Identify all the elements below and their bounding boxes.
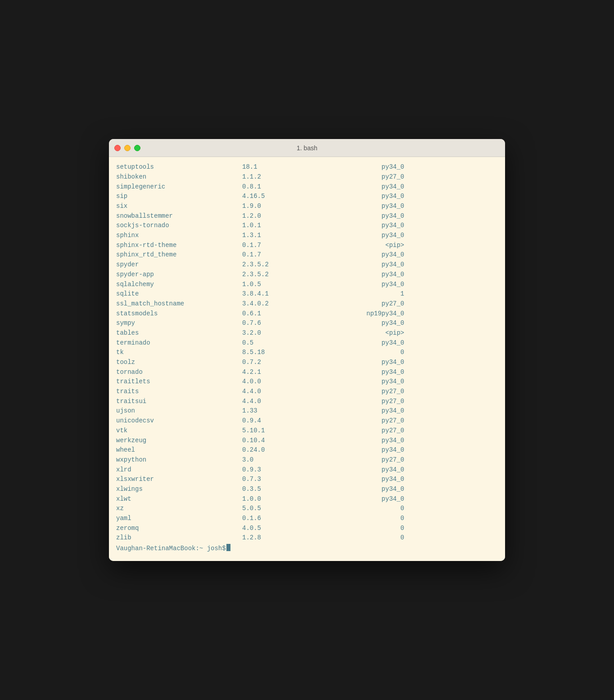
package-name: terminado xyxy=(116,338,242,348)
package-name: sympy xyxy=(116,319,242,328)
package-version: 3.2.0 xyxy=(242,328,332,338)
package-name: sip xyxy=(116,192,242,202)
table-row: traitsui4.4.0py27_0 xyxy=(116,397,498,407)
table-row: sphinx-rtd-theme0.1.7<pip> xyxy=(116,241,498,251)
table-row: xlsxwriter0.7.3py34_0 xyxy=(116,475,498,485)
table-row: wxpython3.0py27_0 xyxy=(116,455,498,465)
package-build: py34_0 xyxy=(332,358,404,368)
package-version: 0.7.6 xyxy=(242,319,332,328)
package-name: traitlets xyxy=(116,377,242,387)
package-name: toolz xyxy=(116,358,242,368)
package-version: 1.0.0 xyxy=(242,494,332,504)
package-version: 0.1.7 xyxy=(242,250,332,260)
table-row: spyder2.3.5.2py34_0 xyxy=(116,260,498,270)
package-name: snowballstemmer xyxy=(116,211,242,221)
package-build: py34_0 xyxy=(332,475,404,485)
package-name: sqlalchemy xyxy=(116,280,242,290)
package-name: spyder-app xyxy=(116,270,242,280)
package-version: 3.0 xyxy=(242,455,332,465)
package-version: 1.0.1 xyxy=(242,221,332,231)
package-build: py34_0 xyxy=(332,280,404,290)
package-build: 0 xyxy=(332,514,404,524)
package-build: py27_0 xyxy=(332,397,404,407)
table-row: statsmodels0.6.1np19py34_0 xyxy=(116,309,498,319)
package-name: tornado xyxy=(116,368,242,377)
table-row: tornado4.2.1py34_0 xyxy=(116,368,498,377)
package-build: py27_0 xyxy=(332,387,404,397)
package-version: 1.2.0 xyxy=(242,211,332,221)
table-row: vtk5.10.1py27_0 xyxy=(116,426,498,436)
package-build: 0 xyxy=(332,524,404,534)
package-name: zeromq xyxy=(116,524,242,534)
package-version: 2.3.5.2 xyxy=(242,260,332,270)
package-version: 4.2.1 xyxy=(242,368,332,377)
package-version: 4.4.0 xyxy=(242,387,332,397)
table-row: six1.9.0py34_0 xyxy=(116,202,498,211)
package-name: simplegeneric xyxy=(116,182,242,192)
package-build: 0 xyxy=(332,504,404,514)
package-build: py27_0 xyxy=(332,416,404,426)
package-version: 0.1.7 xyxy=(242,241,332,251)
package-build: py34_0 xyxy=(332,221,404,231)
package-version: 1.33 xyxy=(242,406,332,416)
package-name: traits xyxy=(116,387,242,397)
traffic-lights xyxy=(114,145,140,151)
package-version: 4.4.0 xyxy=(242,397,332,407)
package-name: wxpython xyxy=(116,455,242,465)
package-build: py34_0 xyxy=(332,445,404,455)
terminal-body[interactable]: setuptools18.1py34_0shiboken1.1.2py27_0s… xyxy=(109,157,505,561)
package-name: ssl_match_hostname xyxy=(116,299,242,309)
table-row: sympy0.7.6py34_0 xyxy=(116,319,498,328)
package-version: 0.24.0 xyxy=(242,445,332,455)
package-version: 0.7.3 xyxy=(242,475,332,485)
maximize-button[interactable] xyxy=(134,145,140,151)
package-name: tables xyxy=(116,328,242,338)
package-version: 0.3.5 xyxy=(242,485,332,494)
table-row: xlwt1.0.0py34_0 xyxy=(116,494,498,504)
package-name: sphinx xyxy=(116,231,242,241)
prompt-text: Vaughan-RetinaMacBook:~ josh$ xyxy=(116,544,226,554)
package-version: 4.16.5 xyxy=(242,192,332,202)
package-name: xlsxwriter xyxy=(116,475,242,485)
package-version: 3.4.0.2 xyxy=(242,299,332,309)
table-row: zeromq4.0.50 xyxy=(116,524,498,534)
package-build: py34_0 xyxy=(332,406,404,416)
package-version: 8.5.18 xyxy=(242,348,332,358)
table-row: wheel0.24.0py34_0 xyxy=(116,445,498,455)
package-build: py34_0 xyxy=(332,338,404,348)
package-version: 0.5 xyxy=(242,338,332,348)
package-name: setuptools xyxy=(116,162,242,172)
package-build: py27_0 xyxy=(332,455,404,465)
package-version: 1.2.8 xyxy=(242,533,332,543)
package-version: 4.0.5 xyxy=(242,524,332,534)
package-name: tk xyxy=(116,348,242,358)
package-version: 0.10.4 xyxy=(242,436,332,446)
table-row: sockjs-tornado1.0.1py34_0 xyxy=(116,221,498,231)
package-version: 0.9.3 xyxy=(242,465,332,475)
package-build: py34_0 xyxy=(332,436,404,446)
package-name: xz xyxy=(116,504,242,514)
package-name: ujson xyxy=(116,406,242,416)
table-row: zlib1.2.80 xyxy=(116,533,498,543)
table-row: sphinx_rtd_theme0.1.7py34_0 xyxy=(116,250,498,260)
package-name: vtk xyxy=(116,426,242,436)
package-build: py34_0 xyxy=(332,182,404,192)
package-build: py34_0 xyxy=(332,485,404,494)
table-row: yaml0.1.60 xyxy=(116,514,498,524)
table-row: xlwings0.3.5py34_0 xyxy=(116,485,498,494)
package-version: 3.8.4.1 xyxy=(242,289,332,299)
package-build: py34_0 xyxy=(332,319,404,328)
table-row: xlrd0.9.3py34_0 xyxy=(116,465,498,475)
package-build: py34_0 xyxy=(332,377,404,387)
table-row: traitlets4.0.0py34_0 xyxy=(116,377,498,387)
close-button[interactable] xyxy=(114,145,121,151)
minimize-button[interactable] xyxy=(124,145,131,151)
package-build: py27_0 xyxy=(332,172,404,182)
package-version: 4.0.0 xyxy=(242,377,332,387)
package-version: 1.0.5 xyxy=(242,280,332,290)
table-row: setuptools18.1py34_0 xyxy=(116,162,498,172)
package-name: spyder xyxy=(116,260,242,270)
terminal-window: 1. bash setuptools18.1py34_0shiboken1.1.… xyxy=(109,139,505,561)
package-version: 0.9.4 xyxy=(242,416,332,426)
table-row: traits4.4.0py27_0 xyxy=(116,387,498,397)
